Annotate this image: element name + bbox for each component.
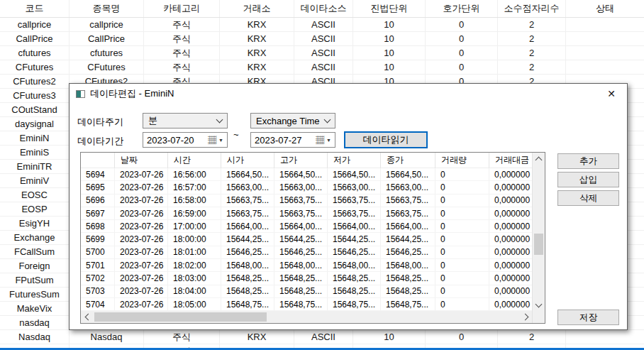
grid-cell: 0,000000	[489, 181, 532, 194]
data-period-label: 데이타주기	[77, 116, 123, 128]
grid-row[interactable]: 57022023-07-2618:03:0015648,25...15648,2…	[81, 272, 532, 285]
column-header: 소수점자리수	[498, 0, 566, 17]
grid-row[interactable]: 56952023-07-2616:57:0015663,00...15663,0…	[81, 181, 532, 194]
grid-row[interactable]: 56942023-07-2616:56:0015664,50...15664,5…	[81, 168, 532, 181]
table-row[interactable]: cfuturescfutures주식KRXASCII1002	[0, 46, 644, 60]
add-button[interactable]: 추가	[557, 153, 619, 169]
table-cell: EsigYH	[0, 217, 70, 230]
grid-column-header: 고가	[274, 153, 328, 168]
vertical-scrollbar[interactable]	[532, 153, 545, 323]
grid-cell: 15664,50...	[381, 168, 435, 181]
table-row[interactable]: callpricecallprice주식KRXASCII1002	[0, 18, 644, 32]
grid-cell: 15664,50...	[328, 168, 381, 181]
grid-cell: 15646,25...	[381, 246, 435, 259]
grid-cell: 0	[435, 272, 489, 285]
date-to-picker[interactable]: 2023-07-27 ▦ ▼	[250, 132, 335, 148]
date-to-value: 2023-07-27	[255, 135, 302, 146]
delete-button[interactable]: 삭제	[557, 190, 619, 206]
grid-cell: 0	[435, 246, 489, 259]
insert-button[interactable]: 삽입	[557, 172, 619, 187]
grid-row[interactable]: 57042023-07-2618:05:0015648,75...15648,7…	[81, 298, 532, 311]
grid-row[interactable]: 56972023-07-2616:59:0015663,75...15663,7…	[81, 207, 532, 220]
table-cell: 2	[498, 18, 566, 31]
app-window-icon	[76, 90, 85, 98]
table-cell: Nasdaq	[70, 330, 144, 344]
grid-cell: 15663,00...	[221, 181, 274, 194]
scroll-up-icon[interactable]	[533, 153, 545, 165]
grid-cell: 15648,75...	[381, 298, 435, 311]
horizontal-scroll-thumb[interactable]	[94, 312, 267, 322]
grid-cell: 15664,50...	[274, 168, 328, 181]
calendar-icon[interactable]: ▦	[208, 136, 216, 144]
calendar-icon[interactable]: ▦	[316, 136, 324, 144]
grid-cell: 15663,75...	[381, 195, 435, 207]
column-header: 코드	[0, 0, 70, 17]
scroll-down-icon[interactable]	[533, 299, 545, 311]
grid-cell: 18:05:00	[168, 298, 221, 311]
grid-cell: 0	[435, 168, 489, 181]
period-select[interactable]: 분	[143, 113, 228, 128]
grid-cell: 15663,75...	[221, 207, 274, 220]
table-cell	[566, 46, 644, 60]
grid-cell: 15648,00...	[221, 259, 274, 272]
grid-cell: 0,000000	[489, 233, 532, 246]
grid-cell: 15664,00...	[381, 220, 435, 233]
date-dropdown-icon[interactable]: ▼	[218, 138, 223, 143]
table-cell: FCallSum	[0, 245, 70, 258]
grid-cell: 15648,00...	[381, 259, 435, 272]
table-cell: ASCII	[294, 18, 353, 31]
table-row[interactable]: NasdaqNasdaq주식KRXASCII1002	[0, 330, 644, 344]
column-header: 상태	[566, 0, 644, 17]
dialog-titlebar[interactable]: 데이타편집 - EminiN ✕	[70, 84, 627, 104]
grid-cell: 15644,25...	[274, 233, 328, 246]
grid-cell: 15648,25...	[221, 272, 274, 285]
table-row[interactable]: CFuturesCFutures주식KRXASCII1002	[0, 60, 644, 75]
grid-cell: 16:59:00	[168, 207, 221, 220]
table-cell: cfutures	[0, 46, 70, 60]
table-cell: 2	[498, 60, 566, 74]
grid-row[interactable]: 57002023-07-2618:01:0015646,25...15646,2…	[81, 246, 532, 259]
close-icon[interactable]: ✕	[597, 84, 626, 104]
table-cell: callprice	[70, 18, 144, 31]
grid-cell: 0,000000	[489, 220, 532, 233]
save-button[interactable]: 저장	[557, 310, 619, 325]
chevron-down-icon	[324, 116, 331, 124]
grid-cell: 0	[435, 233, 489, 246]
read-data-button[interactable]: 데이타읽기	[344, 131, 428, 148]
grid-cell: 15663,75...	[221, 195, 274, 207]
grid-cell: 16:58:00	[168, 195, 221, 207]
grid-cell: 15648,25...	[381, 285, 435, 298]
scroll-right-icon[interactable]	[520, 311, 532, 323]
date-from-picker[interactable]: 2023-07-20 ▦ ▼	[143, 132, 228, 148]
table-cell: CallPrice	[70, 32, 144, 45]
grid-cell: 5702	[81, 272, 115, 285]
timezone-select[interactable]: Exchange Time	[250, 113, 335, 128]
table-row[interactable]: CallPriceCallPrice주식KRXASCII1002	[0, 32, 644, 46]
grid-row[interactable]: 56982023-07-2617:00:0015664,00...15664,0…	[81, 220, 532, 233]
scroll-left-icon[interactable]	[81, 311, 93, 323]
table-cell: EOSC	[0, 188, 70, 202]
grid-cell: 5698	[81, 220, 115, 233]
table-cell: KRX	[220, 60, 294, 74]
grid-cell: 15646,25...	[328, 246, 381, 259]
table-cell: CFutures2	[0, 75, 70, 88]
horizontal-scrollbar[interactable]	[81, 311, 532, 323]
table-cell: Exchange	[0, 231, 70, 244]
grid-cell: 15663,00...	[328, 181, 381, 194]
grid-cell: 5694	[81, 168, 115, 181]
table-cell: KRX	[220, 18, 294, 31]
grid-row[interactable]: 57012023-07-2618:02:0015648,00...15648,0…	[81, 259, 532, 272]
grid-row[interactable]: 57032023-07-2618:04:0015648,25...15648,2…	[81, 285, 532, 298]
date-dropdown-icon[interactable]: ▼	[326, 138, 331, 143]
table-cell: 0	[426, 32, 498, 45]
grid-row[interactable]: 56962023-07-2616:58:0015663,75...15663,7…	[81, 195, 532, 207]
grid-row[interactable]: 56992023-07-2618:00:0015644,25...15644,2…	[81, 233, 532, 246]
vertical-scroll-thumb[interactable]	[534, 234, 543, 255]
grid-cell: 15664,50...	[221, 168, 274, 181]
grid-cell: 0	[435, 207, 489, 220]
grid-cell: 15648,00...	[328, 259, 381, 272]
grid-cell: 15646,25...	[221, 246, 274, 259]
grid-cell: 16:56:00	[168, 168, 221, 181]
grid-cell: 0,000000	[489, 168, 532, 181]
grid-cell: 15648,75...	[221, 298, 274, 311]
